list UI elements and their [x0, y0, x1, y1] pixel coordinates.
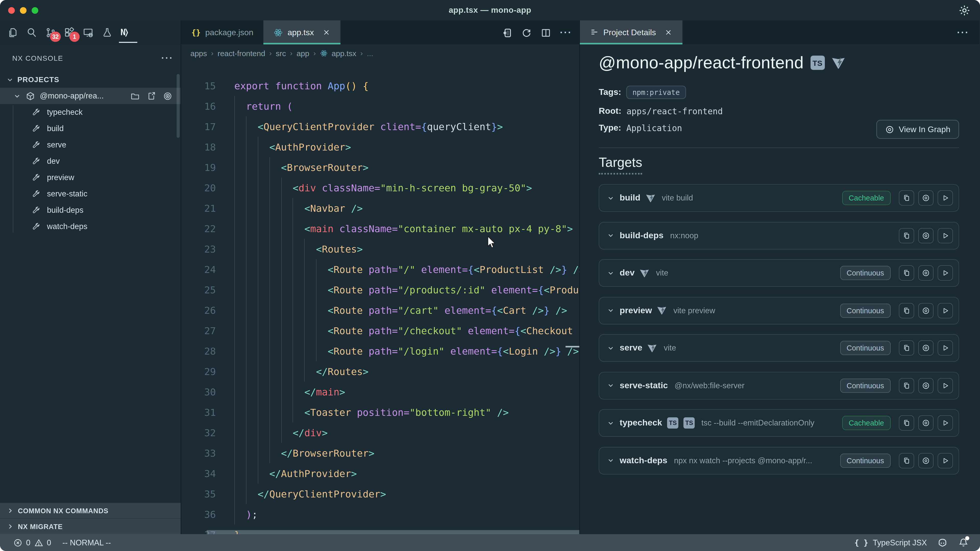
copy-target-button[interactable] [899, 303, 914, 318]
language-mode[interactable]: { } TypeScript JSX [854, 538, 927, 547]
breadcrumb-item[interactable]: react-frontend [218, 49, 265, 57]
view-target-button[interactable] [918, 415, 934, 430]
tab-project-details[interactable]: Project Details [580, 21, 682, 44]
panel-more-actions-icon[interactable]: ··· [161, 53, 173, 64]
open-config-file-icon[interactable] [146, 91, 156, 101]
projects-section-header[interactable]: PROJECTS [0, 71, 181, 88]
code-line-19[interactable]: 19<BrowserRouter> [181, 157, 579, 178]
view-target-button[interactable] [918, 453, 934, 468]
settings-gear-icon[interactable] [958, 4, 971, 17]
copy-target-button[interactable] [899, 378, 914, 393]
target-card-serve[interactable]: serveviteContinuous [599, 334, 959, 362]
run-target-button[interactable] [938, 265, 953, 281]
code-line-28[interactable]: 28<Route path="/login" element={<Login /… [181, 341, 579, 361]
code-line-36[interactable]: 36); [181, 504, 579, 524]
view-in-graph-button[interactable]: View In Graph [877, 120, 959, 139]
copy-target-button[interactable] [899, 228, 914, 243]
code-line-16[interactable]: 16return ( [181, 96, 579, 116]
target-card-build-deps[interactable]: build-depsnx:noop [599, 222, 959, 249]
target-icon[interactable] [163, 91, 172, 101]
code-line-32[interactable]: 32</div> [181, 422, 579, 443]
code-line-30[interactable]: 30</main> [181, 382, 579, 402]
view-target-button[interactable] [918, 303, 934, 318]
sidebar-project-row[interactable]: @mono-app/rea... [0, 88, 181, 104]
view-target-button[interactable] [918, 378, 934, 393]
target-card-watch-deps[interactable]: watch-depsnpx nx watch --projects @mono-… [599, 447, 959, 474]
target-card-build[interactable]: buildvite buildCacheable [599, 184, 959, 212]
nx-console-icon[interactable]: N〉 [121, 27, 136, 38]
view-target-button[interactable] [918, 340, 934, 356]
run-target-button[interactable] [938, 415, 953, 430]
target-card-preview[interactable]: previewvite previewContinuous [599, 297, 959, 324]
sidebar-target-serve[interactable]: serve [0, 137, 181, 153]
horizontal-scrollbar[interactable] [207, 530, 579, 534]
close-tab-icon[interactable] [665, 29, 672, 36]
code-line-17[interactable]: 17<QueryClientProvider client={queryClie… [181, 116, 579, 137]
search-icon[interactable] [26, 27, 37, 38]
open-project-details-icon[interactable] [502, 27, 512, 38]
nx-migrate-section[interactable]: NX MIGRATE [0, 518, 181, 534]
common-nx-commands-section[interactable]: COMMON NX COMMANDS [0, 503, 181, 518]
sidebar-target-preview[interactable]: preview [0, 169, 181, 186]
breadcrumb-item[interactable]: app [297, 49, 309, 57]
copy-target-button[interactable] [899, 265, 914, 281]
copy-target-button[interactable] [899, 453, 914, 468]
close-tab-icon[interactable] [323, 29, 330, 36]
run-target-button[interactable] [938, 303, 953, 318]
code-line-35[interactable]: 35</QueryClientProvider> [181, 484, 579, 504]
target-card-dev[interactable]: devviteContinuous [599, 259, 959, 287]
split-editor-icon[interactable] [541, 27, 551, 38]
code-line-25[interactable]: 25<Route path="/products/:id" element={<… [181, 279, 579, 300]
extensions-icon[interactable]: 1 [64, 27, 75, 38]
code-line-23[interactable]: 23<Routes> [181, 239, 579, 259]
run-target-button[interactable] [938, 228, 953, 243]
folder-icon[interactable] [130, 91, 140, 101]
run-target-button[interactable] [938, 340, 953, 356]
run-target-button[interactable] [938, 378, 953, 393]
copy-target-button[interactable] [899, 340, 914, 356]
code-editor[interactable]: 15export function App() {16return (17<Qu… [181, 61, 579, 534]
code-line-29[interactable]: 29</Routes> [181, 361, 579, 382]
code-line-26[interactable]: 26<Route path="/cart" element={<Cart />}… [181, 300, 579, 321]
vim-mode-indicator[interactable]: -- NORMAL -- [62, 538, 111, 547]
refresh-icon[interactable] [521, 27, 532, 38]
view-target-button[interactable] [918, 265, 934, 281]
sidebar-scrollbar[interactable] [177, 74, 180, 138]
sidebar-target-serve-static[interactable]: serve-static [0, 186, 181, 202]
view-target-button[interactable] [918, 190, 934, 206]
code-line-21[interactable]: 21<Navbar /> [181, 198, 579, 218]
sidebar-target-build[interactable]: build [0, 121, 181, 137]
notifications-bell[interactable] [958, 537, 969, 548]
code-line-20[interactable]: 20<div className="min-h-screen bg-gray-5… [181, 178, 579, 198]
code-line-34[interactable]: 34</AuthProvider> [181, 463, 579, 484]
code-line-15[interactable]: 15export function App() { [181, 76, 579, 96]
source-control-icon[interactable]: 32 [45, 27, 56, 38]
copy-target-button[interactable] [899, 415, 914, 430]
remote-explorer-icon[interactable] [83, 27, 94, 38]
panel-more-actions-icon[interactable]: ··· [957, 21, 969, 45]
code-line-18[interactable]: 18<AuthProvider> [181, 137, 579, 157]
view-target-button[interactable] [918, 228, 934, 243]
more-actions-icon[interactable]: ··· [560, 27, 572, 38]
breadcrumb-item[interactable]: ... [367, 49, 373, 57]
copy-target-button[interactable] [899, 190, 914, 206]
code-line-27[interactable]: 27<Route path="/checkout" element={<Chec… [181, 321, 579, 341]
run-target-button[interactable] [938, 190, 953, 206]
testing-beaker-icon[interactable] [102, 27, 113, 38]
sidebar-target-typecheck[interactable]: typecheck [0, 104, 181, 121]
breadcrumb[interactable]: apps› react-frontend› src› app› app.tsx›… [181, 45, 579, 61]
sidebar-target-build-deps[interactable]: build-deps [0, 202, 181, 218]
problems-status[interactable]: 0 0 [13, 538, 51, 547]
code-line-33[interactable]: 33</BrowserRouter> [181, 443, 579, 463]
tab-app-tsx[interactable]: app.tsx [264, 21, 340, 44]
sidebar-target-dev[interactable]: dev [0, 153, 181, 169]
code-line-31[interactable]: 31<Toaster position="bottom-right" /> [181, 402, 579, 422]
code-line-22[interactable]: 22<main className="container mx-auto px-… [181, 218, 579, 239]
target-card-typecheck[interactable]: typecheckTSTStsc --build --emitDeclarati… [599, 409, 959, 437]
explorer-icon[interactable] [7, 27, 18, 38]
tab-package-json[interactable]: {} package.json [181, 21, 264, 44]
code-line-24[interactable]: 24<Route path="/" element={<ProductList … [181, 259, 579, 279]
copilot-icon[interactable] [937, 537, 948, 548]
breadcrumb-item[interactable]: apps [190, 49, 207, 57]
run-target-button[interactable] [938, 453, 953, 468]
